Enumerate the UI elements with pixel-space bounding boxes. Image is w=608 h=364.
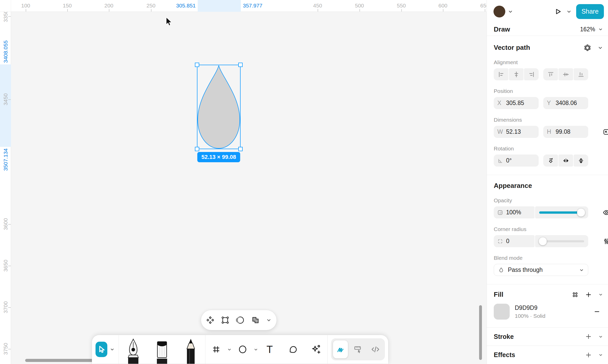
fill-hex-value[interactable]: D9D9D9: [515, 304, 588, 311]
text-tool-button[interactable]: T: [258, 335, 281, 364]
blend-droplet-icon: [498, 267, 504, 273]
corner-radius-value[interactable]: 0: [506, 238, 509, 245]
ruler-tick-mark: [109, 9, 109, 12]
add-effect-icon[interactable]: [585, 352, 592, 358]
ruler-vertical: 33503408.05534503507.1343600365037003750: [0, 0, 11, 364]
account-chevron-icon[interactable]: [508, 9, 513, 14]
h-value[interactable]: 99.08: [556, 128, 571, 135]
zoom-level[interactable]: 162%: [580, 26, 595, 33]
frame-tool-chevron-icon[interactable]: [227, 347, 232, 352]
shading-contrast-icon[interactable]: [236, 316, 245, 324]
align-left-button[interactable]: [494, 68, 508, 80]
ellipse-tool-button[interactable]: [232, 335, 254, 364]
align-vertical-center-button[interactable]: [558, 68, 573, 80]
ruler-tick-mark: [151, 9, 151, 12]
rotate-90-button[interactable]: [543, 155, 558, 167]
add-stroke-icon[interactable]: [585, 333, 592, 340]
fill-color-swatch[interactable]: [494, 304, 510, 320]
ruler-selection-highlight-h: [198, 0, 241, 12]
zoom-chevron-icon[interactable]: [598, 27, 603, 32]
y-position-field[interactable]: Y 3408.06: [543, 97, 588, 109]
x-value[interactable]: 305.85: [506, 100, 524, 107]
avatar[interactable]: [493, 6, 505, 17]
corner-slider-thumb[interactable]: [539, 237, 547, 245]
vector-path-section: Vector path Alignment: [487, 36, 608, 175]
frame-tool-button[interactable]: [205, 335, 227, 364]
transform-frame-icon[interactable]: [221, 316, 229, 324]
section-title: Vector path: [494, 44, 584, 52]
selection-bounding-box: [197, 65, 241, 149]
pencil-tool-button[interactable]: [176, 335, 205, 364]
toolbar-divider: [327, 335, 328, 364]
ruler-tick-mark: [8, 16, 11, 17]
share-button[interactable]: Share: [576, 4, 604, 19]
resize-handle-top-left[interactable]: [195, 63, 199, 67]
align-bottom-button[interactable]: [574, 68, 588, 80]
design-mode-tab[interactable]: [350, 340, 365, 358]
comment-tool-button[interactable]: [281, 335, 304, 364]
align-top-button[interactable]: [543, 68, 558, 80]
boolean-union-icon[interactable]: [251, 316, 260, 324]
opacity-value[interactable]: 100%: [506, 209, 521, 216]
stroke-chevron-icon[interactable]: [598, 334, 603, 339]
resize-handle-bottom-left[interactable]: [195, 147, 199, 151]
w-value[interactable]: 52.13: [506, 128, 521, 135]
stroke-title: Stroke: [494, 333, 585, 340]
opacity-slider[interactable]: [535, 206, 588, 218]
y-value[interactable]: 3408.06: [556, 100, 577, 107]
remove-fill-icon[interactable]: [594, 308, 600, 315]
ruler-tick-label: 600: [438, 3, 447, 9]
dev-mode-tab[interactable]: [368, 340, 383, 358]
brush-tool-button[interactable]: [148, 335, 176, 364]
effects-chevron-icon[interactable]: [598, 353, 603, 357]
ruler-tick-mark: [67, 9, 68, 12]
resize-handle-bottom-right[interactable]: [238, 147, 243, 151]
blend-mode-select[interactable]: Pass through: [494, 264, 588, 276]
fill-styles-icon[interactable]: [572, 291, 578, 298]
independent-corners-icon[interactable]: [603, 238, 608, 245]
canvas[interactable]: 100150200250305.851357.97745050055060065…: [0, 0, 487, 364]
add-fill-icon[interactable]: [585, 291, 592, 298]
align-horizontal-center-button[interactable]: [509, 68, 524, 80]
ruler-tick-mark: [8, 349, 11, 349]
rotation-label: Rotation: [494, 146, 604, 152]
chevron-down-icon[interactable]: [266, 318, 271, 323]
x-position-field[interactable]: X 305.85: [494, 97, 539, 109]
flip-vertical-button[interactable]: [574, 155, 588, 167]
align-right-button[interactable]: [524, 68, 539, 80]
flip-horizontal-button[interactable]: [558, 155, 573, 167]
position-label: Position: [494, 88, 604, 94]
resize-handle-top-right[interactable]: [238, 63, 243, 67]
height-field[interactable]: H 99.08: [543, 126, 588, 138]
ellipse-tool-chevron-icon[interactable]: [254, 347, 258, 352]
vector-points-icon[interactable]: [206, 316, 214, 324]
pen-tool-button[interactable]: [119, 335, 148, 364]
ruler-tick-mark: [8, 99, 11, 100]
rotation-field[interactable]: 0°: [494, 155, 539, 167]
fill-chevron-icon[interactable]: [598, 292, 603, 297]
move-tool-chevron-icon[interactable]: [110, 347, 115, 352]
width-field[interactable]: W 52.13: [494, 126, 539, 138]
constrain-proportions-icon[interactable]: [603, 128, 608, 136]
present-play-icon[interactable]: [554, 8, 562, 15]
corner-radius-field[interactable]: 0: [494, 235, 535, 247]
blend-mode-value[interactable]: Pass through: [508, 266, 576, 273]
context-toolbar: [201, 310, 277, 330]
appearance-section: Appearance Opacity 100%: [487, 175, 608, 284]
rotation-value[interactable]: 0°: [506, 157, 512, 164]
dots-ring-icon[interactable]: [584, 44, 591, 51]
ai-actions-button[interactable]: [304, 335, 327, 364]
section-chevron-icon[interactable]: [598, 45, 603, 50]
opacity-value-field[interactable]: 100%: [494, 206, 535, 218]
vertical-scrollbar[interactable]: [479, 305, 482, 360]
draw-mode-tab[interactable]: [333, 340, 348, 358]
opacity-slider-thumb[interactable]: [577, 208, 585, 216]
present-chevron-icon[interactable]: [566, 9, 572, 14]
visibility-eye-icon[interactable]: [603, 209, 608, 216]
move-tool-button[interactable]: [96, 342, 107, 357]
zoom-control[interactable]: 162%: [580, 26, 603, 33]
blend-chevron-icon[interactable]: [579, 268, 584, 272]
appearance-title: Appearance: [494, 182, 603, 190]
corner-radius-slider[interactable]: [535, 235, 588, 247]
selected-vector-shape[interactable]: [197, 65, 240, 149]
